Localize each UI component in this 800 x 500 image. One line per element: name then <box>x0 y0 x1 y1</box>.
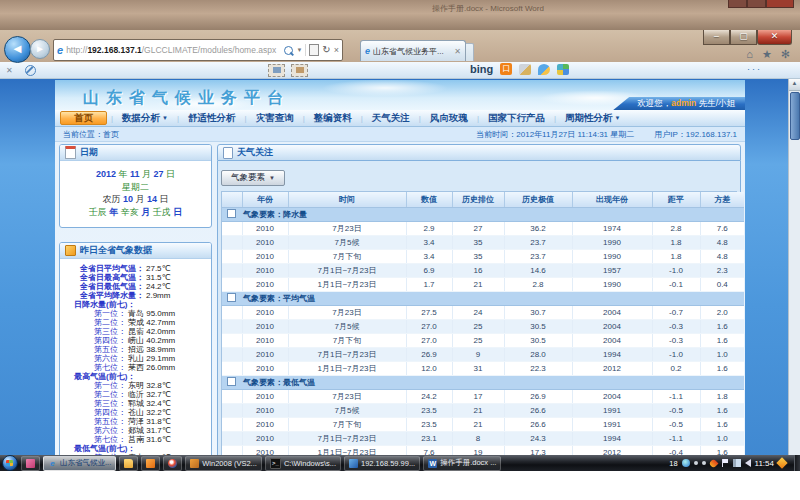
table-cell: 36.2 <box>504 222 572 236</box>
taskbar-button-orange[interactable] <box>141 456 160 471</box>
pinwheel-addon-icon[interactable] <box>557 64 569 75</box>
browser-tab[interactable]: e 山东省气候业务平... ✕ <box>360 40 466 61</box>
table-cell: 2010 <box>242 418 288 432</box>
start-button[interactable] <box>2 455 18 471</box>
home-icon[interactable]: ⌂ <box>746 49 753 60</box>
element-dropdown-button[interactable]: 气象要素 ▼ <box>221 170 285 186</box>
volume-icon[interactable] <box>745 459 751 467</box>
summary-value: 2.9mm <box>144 291 170 300</box>
table-row: 20107月23日2.92736.219742.87.6 <box>222 222 744 236</box>
row-checkbox-cell <box>222 418 242 432</box>
search-icon[interactable] <box>284 46 293 55</box>
table-cell: -1.1 <box>652 432 700 446</box>
table-cell: 35 <box>452 236 504 250</box>
background-close-button[interactable] <box>766 0 794 8</box>
compatibility-view-icon[interactable] <box>309 44 319 56</box>
bird-addon-icon[interactable] <box>538 64 550 75</box>
settings-gear-icon[interactable]: ✻ <box>781 49 790 60</box>
taskbar-button-vs[interactable]: Win2008 (VS2... <box>185 456 262 471</box>
ranking-row: 第四位：崂山 40.2mm <box>62 336 209 345</box>
tray-dot-icon[interactable] <box>694 461 698 465</box>
bing-logo[interactable]: bing <box>470 63 493 75</box>
addon-stamp2-icon[interactable] <box>291 64 308 77</box>
taskbar-button-label: 192.168.59.99... <box>361 459 415 468</box>
table-cell: 30.5 <box>504 334 572 348</box>
tray-dot2-icon[interactable] <box>702 461 706 465</box>
rewards-icon[interactable] <box>519 64 531 75</box>
tray-app-icon[interactable] <box>682 459 690 467</box>
summary-row: 全省日最低气温：24.2℃ <box>62 282 209 291</box>
address-bar[interactable]: e http://192.168.137.1/GLCCLIMATE/module… <box>53 39 343 61</box>
maximize-button[interactable]: ▢ <box>730 30 757 45</box>
calendar-body: 2012 年 11 月 27 日星期二农历 10 月 14 日壬辰 年 辛亥 月… <box>60 161 211 227</box>
addon-stamp-icon[interactable] <box>268 64 285 77</box>
browser-forward-button[interactable]: ► <box>30 39 50 59</box>
weather-focus-body: 气象要素 ▼ 年份时间数值历史排位历史极值出现年份距平方差 <box>217 161 741 470</box>
calendar-line-4: 壬辰 年 辛亥 月 壬戌 日 <box>63 206 208 219</box>
browser-back-button[interactable]: ◄ <box>4 36 31 63</box>
table-row: 20107月下旬27.02530.52004-0.31.6 <box>222 334 744 348</box>
nav-item-9[interactable]: 周期性分析▼ <box>556 112 629 125</box>
ranking-row: 第五位：招远 38.9mm <box>62 345 209 354</box>
rank-value: 临沂 32.7℃ <box>126 390 171 399</box>
tray-security-icon[interactable] <box>708 458 718 468</box>
taskbar-button-remote[interactable]: 192.168.59.99... <box>344 456 420 471</box>
table-cell: 26.9 <box>406 348 452 362</box>
main-nav: 首页|数据分析▼|舒适性分析|灾害查询|整编资料|天气关注|风向玫瑰|国家下行产… <box>55 110 745 127</box>
table-cell: 21 <box>452 278 504 292</box>
scrollbar-thumb[interactable] <box>790 92 800 140</box>
taskbar-button-label: Win2008 (VS2... <box>202 459 257 468</box>
stop-icon[interactable]: × <box>334 46 339 55</box>
yesterday-body: 全省日平均气温：27.5℃全省日最高气温：31.5℃全省日最低气温：24.2℃全… <box>60 259 211 470</box>
group-checkbox[interactable] <box>227 377 236 386</box>
favorites-star-icon[interactable]: ★ <box>762 49 772 60</box>
search-dropdown-icon[interactable]: ▼ <box>296 47 302 53</box>
blocked-content-icon[interactable] <box>25 65 36 76</box>
nav-item-6[interactable]: 天气关注 <box>363 112 419 125</box>
table-cell: 17 <box>452 390 504 404</box>
tab-close-icon[interactable]: ✕ <box>454 47 461 56</box>
bing-translate-icon[interactable]: 口 <box>500 63 512 75</box>
table-cell: 0.4 <box>700 278 744 292</box>
group-checkbox[interactable] <box>227 293 236 302</box>
summary-row: 全省平均降水量：2.9mm <box>62 291 209 300</box>
vertical-scrollbar[interactable]: ▲ <box>788 78 800 470</box>
action-center-flag-icon[interactable] <box>721 459 729 467</box>
taskbar-clock[interactable]: 11:54 <box>755 459 774 468</box>
column-header: 数值 <box>406 192 452 208</box>
column-header: 方差 <box>700 192 744 208</box>
taskbar-button-console[interactable]: >_C:\Windows\s... <box>265 456 341 471</box>
nav-item-4[interactable]: 灾害查询 <box>247 112 303 125</box>
nav-item-2[interactable]: 数据分析▼ <box>113 112 177 125</box>
rank-value: 苍山 32.2℃ <box>126 408 171 417</box>
table-row: 20101月1日~7月23日1.7212.81990-0.10.4 <box>222 278 744 292</box>
taskbar-button-folder[interactable] <box>119 456 138 471</box>
background-maximize-button[interactable] <box>747 0 766 8</box>
minimize-button[interactable]: – <box>703 30 730 45</box>
table-cell: -0.5 <box>652 404 700 418</box>
taskbar-button-media[interactable] <box>163 456 182 471</box>
toolbar-overflow-button[interactable]: ··· <box>747 64 762 74</box>
taskbar-button-word[interactable]: W操作手册.docx ... <box>423 456 501 471</box>
background-minimize-button[interactable] <box>728 0 747 8</box>
network-icon[interactable] <box>733 459 741 467</box>
table-row: 20107月下旬3.43523.719901.84.8 <box>222 250 744 264</box>
table-cell: 7月5候 <box>288 320 406 334</box>
taskbar-button-ie[interactable]: e山东省气候业... <box>43 456 116 471</box>
taskbar-button-pink[interactable] <box>21 456 40 471</box>
address-url[interactable]: http://192.168.137.1/GLCCLIMATE/modules/… <box>66 45 284 55</box>
table-cell: 25 <box>452 334 504 348</box>
nav-item-8[interactable]: 国家下行产品 <box>479 112 554 125</box>
close-button[interactable]: ✕ <box>757 30 792 45</box>
close-toolbar-icon[interactable]: ✕ <box>6 66 13 75</box>
desktop-gadget-icon[interactable] <box>776 457 787 468</box>
nav-item-1[interactable]: 首页 <box>60 111 107 125</box>
nav-item-7[interactable]: 风向玫瑰 <box>421 112 477 125</box>
nav-item-5[interactable]: 整编资料 <box>305 112 361 125</box>
nav-item-3[interactable]: 舒适性分析 <box>179 112 245 125</box>
refresh-icon[interactable]: ↻ <box>322 45 330 55</box>
scrollbar-up-arrow[interactable]: ▲ <box>789 78 800 91</box>
table-cell: 30.5 <box>504 320 572 334</box>
group-checkbox[interactable] <box>227 209 236 218</box>
show-desktop-button[interactable] <box>794 455 800 471</box>
